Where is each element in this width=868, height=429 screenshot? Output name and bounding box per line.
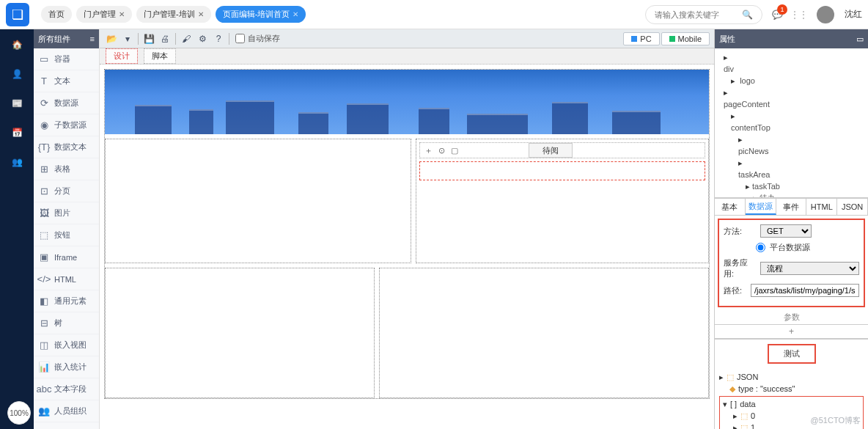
comp-generic[interactable]: ◧通用元素 (34, 290, 99, 312)
comp-datasource[interactable]: ⟳数据源 (34, 92, 99, 114)
user-gear-icon[interactable]: 👥 (9, 154, 25, 170)
print-icon[interactable]: 🖨 (158, 32, 172, 46)
prop-tab-events[interactable]: 事件 (776, 199, 807, 215)
selected-source-box[interactable] (419, 161, 705, 180)
tab-portal[interactable]: 门户管理✕ (76, 6, 132, 23)
comp-datatext[interactable]: {T}数据文本 (34, 136, 99, 158)
layout-cell-right[interactable] (379, 268, 709, 398)
tab-home[interactable]: 首页 (41, 6, 72, 23)
property-tabs: 基本 数据源 事件 HTML JSON (715, 198, 868, 216)
comp-embed-stat[interactable]: 📊嵌入统计 (34, 356, 99, 378)
watermark: @51CTO博客 (811, 415, 861, 426)
plus-icon[interactable]: ＋ (423, 145, 433, 155)
topbar-right: 🔍 💬1 ⋮⋮ 沈红 (645, 5, 862, 24)
comp-iframe[interactable]: ▣Iframe (34, 246, 99, 268)
close-icon[interactable]: ✕ (119, 10, 125, 18)
method-label: 方法: (724, 226, 756, 237)
tree-node[interactable]: ▸ picNews (716, 133, 867, 157)
search-input[interactable] (655, 10, 742, 19)
path-input[interactable] (751, 284, 859, 297)
comp-container[interactable]: ▭容器 (34, 48, 99, 70)
close-icon[interactable]: ✕ (198, 10, 204, 18)
tree-node[interactable]: ▸ 待办 (716, 192, 867, 198)
method-select[interactable]: GET (760, 224, 812, 238)
menu-icon[interactable]: ≡ (90, 34, 95, 43)
tree-node[interactable]: ▸ taskArea (716, 157, 867, 180)
test-button[interactable]: 测试 (768, 344, 816, 364)
prop-tab-json[interactable]: JSON (837, 199, 868, 215)
property-header: 属性 ▭ (715, 29, 868, 48)
notif-badge: 1 (777, 4, 787, 15)
prop-tab-html[interactable]: HTML (806, 199, 837, 215)
tree-node[interactable]: ▸ taskTab (716, 180, 867, 192)
outline-tree[interactable]: ▸ div▸ logo▸ pageContent▸ contentTop▸ pi… (715, 48, 868, 198)
square-icon[interactable]: ▢ (449, 145, 460, 155)
comp-org[interactable]: 👥人员组织 (34, 400, 99, 422)
layout-cell-left[interactable] (105, 268, 375, 398)
path-label: 路径: (724, 285, 746, 296)
datasource-form: 方法: GET 平台数据源 服务应用: 流程 路径: (718, 219, 865, 307)
comp-embed-view[interactable]: ◫嵌入视图 (34, 334, 99, 356)
prop-tab-basic[interactable]: 基本 (715, 199, 746, 215)
nav-tabs: 首页 门户管理✕ 门户管理-培训✕ 页面编辑-培训首页✕ (41, 6, 645, 23)
editor-toolbar: 📂 ▾ 💾 🖨 🖌 ⚙ ? 自动保存 PC Mobile (100, 29, 714, 48)
maximize-icon[interactable]: ▭ (856, 34, 864, 44)
device-pc[interactable]: PC (623, 32, 659, 45)
comp-text[interactable]: T文本 (34, 70, 99, 92)
comp-html[interactable]: </>HTML (34, 268, 99, 290)
open-icon[interactable]: 📂 (104, 32, 119, 46)
tab-portal-training[interactable]: 门户管理-培训✕ (136, 6, 211, 23)
home-icon[interactable]: 🏠 (9, 37, 25, 53)
tree-node[interactable]: ▸ logo (716, 75, 867, 87)
tree-node[interactable]: ▸ div (716, 51, 867, 75)
comp-button[interactable]: ⬚按钮 (34, 224, 99, 246)
comp-pager[interactable]: ⊡分页 (34, 180, 99, 202)
inner-tab-daiyue[interactable]: 待阅 (529, 143, 573, 158)
canvas-area: 📂 ▾ 💾 🖨 🖌 ⚙ ? 自动保存 PC Mobile 设计 脚本 (100, 29, 714, 429)
page-preview[interactable]: ＋ ⊙ ▢ 待阅 (104, 69, 710, 399)
apps-icon[interactable]: ⋮⋮ (792, 7, 806, 22)
app-logo[interactable]: ❏ (6, 3, 29, 26)
zoom-indicator[interactable]: 100% (7, 401, 31, 425)
device-mobile[interactable]: Mobile (661, 32, 710, 45)
service-select[interactable]: 流程 (760, 262, 859, 275)
save-icon[interactable]: 💾 (141, 32, 156, 46)
tab-script[interactable]: 脚本 (144, 48, 176, 64)
tab-page-edit[interactable]: 页面编辑-培训首页✕ (216, 6, 306, 23)
platform-radio[interactable] (756, 243, 765, 252)
chat-icon[interactable]: 💬1 (770, 7, 784, 22)
left-rail: 🏠 👤 📰 📅 👥 (0, 29, 34, 429)
tree-node[interactable]: ▸ contentTop (716, 110, 867, 133)
platform-radio-label: 平台数据源 (770, 242, 810, 253)
component-palette: 所有组件 ≡ ▭容器 T文本 ⟳数据源 ◉子数据源 {T}数据文本 ⊞表格 ⊡分… (34, 29, 100, 429)
tree-node[interactable]: ▸ pageContent (716, 87, 867, 110)
close-icon[interactable]: ✕ (293, 10, 298, 18)
comp-tree[interactable]: ⊟树 (34, 312, 99, 334)
search-icon[interactable]: 🔍 (742, 10, 753, 20)
tab-design[interactable]: 设计 (106, 48, 138, 64)
news-icon[interactable]: 📰 (9, 95, 25, 111)
comp-subdatasource[interactable]: ◉子数据源 (34, 114, 99, 136)
chevron-down-icon[interactable]: ▾ (120, 32, 135, 46)
autosave-toggle[interactable]: 自动保存 (235, 33, 280, 44)
avatar[interactable] (817, 6, 834, 23)
topbar: ❏ 首页 门户管理✕ 门户管理-培训✕ 页面编辑-培训首页✕ 🔍 💬1 ⋮⋮ 沈… (0, 0, 868, 29)
banner-image (105, 70, 709, 134)
username: 沈红 (845, 8, 862, 21)
layout-cell-picnews[interactable] (105, 139, 411, 263)
layout-cell-taskarea[interactable]: ＋ ⊙ ▢ 待阅 (416, 139, 709, 263)
search-box: 🔍 (645, 5, 762, 24)
palette-header: 所有组件 ≡ (34, 29, 99, 48)
calendar-icon[interactable]: 📅 (9, 125, 25, 141)
comp-textfield[interactable]: abc文本字段 (34, 378, 99, 400)
code-icon[interactable]: ⚙ (195, 32, 210, 46)
prop-tab-datasource[interactable]: 数据源 (746, 199, 776, 215)
add-param-button[interactable]: + (715, 325, 868, 339)
brush-icon[interactable]: 🖌 (179, 32, 194, 46)
comp-table[interactable]: ⊞表格 (34, 158, 99, 180)
params-section: 参数 (715, 310, 868, 325)
user-icon[interactable]: 👤 (9, 66, 25, 82)
comp-image[interactable]: 🖼图片 (34, 202, 99, 224)
circle-icon[interactable]: ⊙ (436, 145, 446, 155)
help-icon[interactable]: ? (211, 32, 226, 46)
